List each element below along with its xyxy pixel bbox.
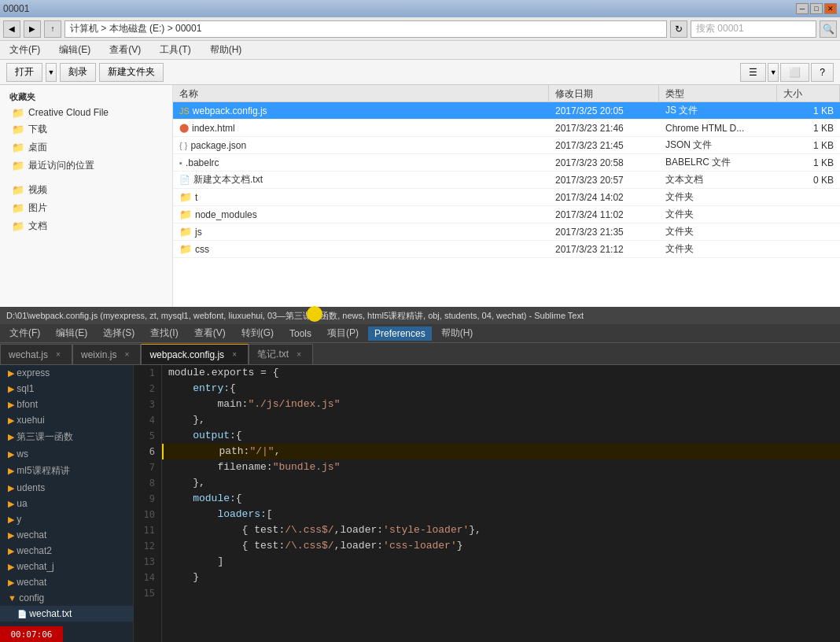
address-path[interactable]: 计算机 > 本地磁盘 (E:) > 00001 [64,20,667,38]
panel-item-wechat3[interactable]: ▶ wechat [0,574,133,590]
open-button[interactable]: 打开 [6,63,42,82]
search-placeholder: 搜索 00001 [696,22,744,35]
code-editor[interactable]: module.exports = { entry:{ main:"./js/in… [162,365,840,642]
sublime-menu-tools[interactable]: Tools [283,327,318,341]
menu-help[interactable]: 帮助(H) [204,42,249,58]
sublime-menu-help[interactable]: 帮助(H) [435,325,480,341]
panel-item-wechat-txt[interactable]: 📄 wechat.txt [0,606,133,622]
sidebar-item-pictures[interactable]: 📁 图片 [0,199,172,217]
menu-view[interactable]: 查看(V) [103,42,147,58]
search-bar[interactable]: 搜索 00001 [691,20,816,38]
minimize-button[interactable]: ─ [796,3,809,14]
tab-notes-close[interactable]: × [293,349,304,360]
panel-item-express[interactable]: ▶ express [0,365,133,381]
folder-icon: 📁 [13,142,24,153]
file-name-cell: 📁 node_modules [173,207,549,222]
table-row[interactable]: 📄 新建文本文档.txt 2017/3/23 20:57 文本文档 0 KB [173,172,840,189]
tab-weixin-close[interactable]: × [121,349,132,360]
panel-item-lesson3[interactable]: ▶ 第三课一函数 [0,428,133,446]
panel-item-html5[interactable]: ▶ ml5课程精讲 [0,462,133,480]
explorer-toolbar: 打开 ▼ 刻录 新建文件夹 ☰ ▼ ⬜ ? [0,60,840,85]
tab-weixin[interactable]: weixin.js × [72,344,141,364]
file-name-cell: 📄 新建文本文档.txt [173,172,549,188]
table-row[interactable]: 📁 t 2017/3/24 14:02 文件夹 [173,189,840,206]
panel-item-xuehui[interactable]: ▶ xuehui [0,412,133,428]
panel-item-04[interactable]: ▶ ua [0,496,133,511]
col-date[interactable]: 修改日期 [549,85,659,101]
new-folder-button[interactable]: 新建文件夹 [99,63,164,82]
col-size[interactable]: 大小 [777,85,840,101]
folder-icon: 📁 [179,243,192,255]
table-row[interactable]: 📁 node_modules 2017/3/24 11:02 文件夹 [173,206,840,223]
table-row[interactable]: { } package.json 2017/3/23 21:45 JSON 文件… [173,137,840,154]
panel-item-sql1[interactable]: ▶ sql1 [0,381,133,397]
file-type-cell: 文件夹 [659,223,777,240]
sidebar-item-desktop[interactable]: 📁 桌面 [0,138,172,157]
help-button[interactable]: ? [811,63,834,82]
file-name-text: 新建文本文档.txt [193,173,263,186]
tab-wechat-close[interactable]: × [53,349,64,360]
tab-wechat[interactable]: wechat.js × [0,344,72,364]
file-size-cell [777,248,840,251]
preview-button[interactable]: ⬜ [780,63,809,82]
up-button[interactable]: ↑ [44,20,61,38]
sublime-menu-find[interactable]: 查找(I) [144,325,184,341]
maximize-button[interactable]: □ [810,3,823,14]
folder-icon: ▶ [8,515,14,524]
col-name[interactable]: 名称 [173,85,549,101]
tab-webpack-label: webpack.config.js [149,349,224,360]
sublime-menu-view[interactable]: 查看(V) [188,325,232,341]
back-button[interactable]: ◀ [3,20,20,38]
file-tree-panel[interactable]: ▶ express ▶ sql1 ▶ bfont ▶ xuehui ▶ 第三课一… [0,365,134,642]
sidebar-item-download[interactable]: 📁 下载 [0,120,172,138]
sidebar-item-documents[interactable]: 📁 文档 [0,217,172,235]
code-line: }, [162,412,840,428]
menu-file[interactable]: 文件(F) [3,42,46,58]
sublime-menu-project[interactable]: 项目(P) [321,325,365,341]
folder-icon: ▶ [8,466,14,475]
table-row[interactable]: ⬤ index.html 2017/3/23 21:46 Chrome HTML… [173,120,840,137]
close-button[interactable]: ✕ [824,3,837,14]
menu-tools[interactable]: 工具(T) [153,42,197,58]
table-row[interactable]: ▪ .babelrc 2017/3/23 20:58 BABELRC 文件 1 … [173,154,840,172]
json-icon: { } [179,141,187,150]
sublime-menu-goto[interactable]: 转到(G) [235,325,280,341]
panel-item-students[interactable]: ▶ udents [0,480,133,496]
file-type-cell: JS 文件 [659,102,777,119]
forward-button[interactable]: ▶ [24,20,41,38]
menu-edit[interactable]: 编辑(E) [53,42,97,58]
view-toggle[interactable]: ☰ [740,63,766,82]
panel-item-news[interactable]: ▶ ws [0,446,133,462]
sublime-menu-preferences[interactable]: Preferences [368,327,432,341]
panel-item-bfont[interactable]: ▶ bfont [0,397,133,412]
sublime-menu-file[interactable]: 文件(F) [3,325,46,341]
panel-item-wechat[interactable]: ▶ wechat [0,527,133,543]
folder-icon: ▶ [8,415,14,425]
table-row[interactable]: JS webpack.config.js 2017/3/25 20:05 JS … [173,102,840,120]
panel-item-wechat2[interactable]: ▶ wechat2 [0,543,133,559]
tab-notes[interactable]: 笔记.txt × [249,344,313,364]
sidebar-item-videos[interactable]: 📁 视频 [0,181,172,199]
search-button[interactable]: 🔍 [820,20,837,38]
tab-webpack-close[interactable]: × [229,349,240,360]
burn-button[interactable]: 刻录 [60,63,96,82]
col-type[interactable]: 类型 [659,85,777,101]
panel-item-wechat-j[interactable]: ▶ wechat_j [0,559,133,574]
file-explorer-window: 00001 ─ □ ✕ ◀ ▶ ↑ 计算机 > 本地磁盘 (E:) > 0000… [0,0,840,307]
tab-webpack[interactable]: webpack.config.js × [141,344,249,364]
sublime-menu-edit[interactable]: 编辑(E) [50,325,94,341]
sidebar-item-creative-cloud[interactable]: 📁 Creative Cloud File [0,105,172,120]
file-name-cell: 📁 js [173,224,549,239]
view-arrow[interactable]: ▼ [768,63,779,82]
panel-item-y[interactable]: ▶ y [0,511,133,527]
table-row[interactable]: 📁 css 2017/3/23 21:12 文件夹 [173,241,840,258]
refresh-button[interactable]: ↻ [670,20,687,38]
folder-icon: ▶ [8,530,14,540]
open-arrow[interactable]: ▼ [46,63,57,82]
file-icon: 📄 [17,610,27,618]
panel-item-config[interactable]: ▼ config [0,590,133,606]
sidebar-item-recent[interactable]: 📁 最近访问的位置 [0,157,172,175]
sublime-menu-select[interactable]: 选择(S) [97,325,141,341]
line-number: 2 [134,381,161,397]
table-row[interactable]: 📁 js 2017/3/23 21:35 文件夹 [173,223,840,241]
